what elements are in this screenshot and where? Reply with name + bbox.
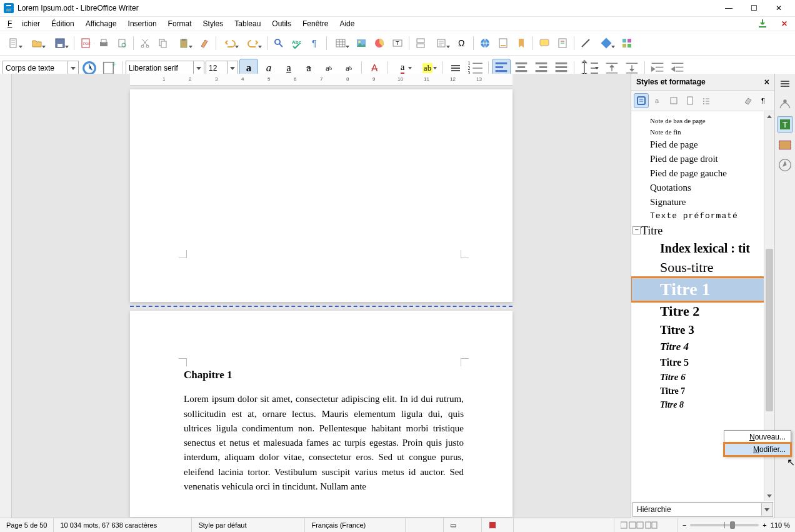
menu-table[interactable]: Tableau xyxy=(229,18,266,29)
style-item[interactable]: Sous-titre xyxy=(631,258,764,278)
zoom-slider[interactable]: − + 110 % xyxy=(678,521,795,529)
style-item[interactable]: Texte préformaté xyxy=(631,209,764,223)
menu-file[interactable]: Fichier xyxy=(2,18,45,29)
insert-field-button[interactable] xyxy=(430,34,452,52)
style-item[interactable]: Titre 5 xyxy=(631,355,764,370)
para-styles-tab[interactable] xyxy=(634,93,649,108)
paste-button[interactable] xyxy=(172,34,195,52)
status-language[interactable]: Français (France) xyxy=(305,518,406,532)
page-styles-tab[interactable] xyxy=(682,93,698,108)
status-pagestyle[interactable]: Style par défaut xyxy=(192,518,305,532)
style-item[interactable]: Titre 2 xyxy=(631,301,764,321)
fill-format-button[interactable] xyxy=(741,93,756,108)
window-title: Lorem Ipsum.odt - LibreOffice Writer xyxy=(18,4,716,13)
style-item[interactable]: Index lexical : tit xyxy=(631,239,764,258)
hyperlink-button[interactable] xyxy=(476,34,494,52)
page-break-button[interactable] xyxy=(412,34,429,52)
menu-window[interactable]: Fenêtre xyxy=(298,18,333,29)
style-item[interactable]: Signature xyxy=(631,195,764,209)
cut-button[interactable] xyxy=(136,34,154,52)
style-item[interactable]: Titre 3 xyxy=(631,321,764,339)
style-item[interactable]: Note de fin xyxy=(631,126,764,138)
copy-button[interactable] xyxy=(154,34,172,52)
minimize-button[interactable]: — xyxy=(716,0,741,16)
insert-image-button[interactable] xyxy=(352,34,370,52)
zoom-value[interactable]: 110 % xyxy=(771,521,790,529)
status-spacer xyxy=(514,518,614,532)
status-signature[interactable] xyxy=(482,518,514,532)
basic-shapes-button[interactable] xyxy=(595,34,618,52)
insert-chart-button[interactable] xyxy=(371,34,388,52)
style-item[interactable]: Note de bas de page xyxy=(631,115,764,126)
status-wordcount[interactable]: 10 034 mots, 67 638 caractères xyxy=(54,518,192,532)
style-item-titre[interactable]: −Titre xyxy=(631,223,764,239)
zoom-in-icon[interactable]: + xyxy=(762,521,766,529)
close-button[interactable]: ✕ xyxy=(766,0,791,16)
insert-table-button[interactable] xyxy=(329,34,352,52)
style-item[interactable]: Pied de page droit xyxy=(631,152,764,166)
redo-button[interactable] xyxy=(242,34,264,52)
status-page[interactable]: Page 5 de 50 xyxy=(0,518,54,532)
undo-button[interactable] xyxy=(219,34,241,52)
menu-view[interactable]: Affichage xyxy=(81,18,122,29)
spellcheck-button[interactable]: Abc xyxy=(288,34,306,52)
update-icon[interactable] xyxy=(752,18,772,30)
menu-edit[interactable]: Édition xyxy=(46,18,79,29)
svg-rect-58 xyxy=(621,522,627,528)
new-button[interactable] xyxy=(2,34,25,52)
svg-rect-37 xyxy=(628,44,631,48)
open-button[interactable] xyxy=(26,34,48,52)
char-styles-tab[interactable]: a xyxy=(650,93,665,108)
insert-symbol-button[interactable]: Ω xyxy=(453,34,471,52)
styles-tab[interactable]: T xyxy=(777,116,793,133)
zoom-out-icon[interactable]: − xyxy=(682,521,686,529)
comment-button[interactable] xyxy=(536,34,553,52)
svg-rect-55 xyxy=(779,141,791,149)
style-item[interactable]: Titre 6 xyxy=(631,370,764,384)
menu-insert[interactable]: Insertion xyxy=(123,18,162,29)
status-selection[interactable]: ▭ xyxy=(444,518,482,532)
sidebar-menu-icon[interactable] xyxy=(778,76,792,91)
document-canvas[interactable]: 1 2 3 4 5 6 7 8 9 10 11 12 13 Chapitre 1… xyxy=(12,74,631,518)
frame-styles-tab[interactable] xyxy=(666,93,681,108)
export-pdf-button[interactable]: PDF xyxy=(77,34,94,52)
line-button[interactable] xyxy=(577,34,594,52)
style-item[interactable]: Pied de page gauche xyxy=(631,166,764,181)
maximize-button[interactable]: ☐ xyxy=(741,0,766,16)
footnote-button[interactable] xyxy=(494,34,512,52)
menu-help[interactable]: Aide xyxy=(334,18,359,29)
clone-format-button[interactable] xyxy=(196,34,213,52)
workspace: 1 2 3 4 5 6 7 8 9 10 11 12 13 Chapitre 1… xyxy=(0,74,795,518)
ctx-new[interactable]: Nouveau... xyxy=(724,431,791,443)
ctx-modify[interactable]: Modifier... xyxy=(724,443,791,456)
status-view-layout[interactable] xyxy=(614,518,678,532)
print-preview-button[interactable] xyxy=(113,34,131,52)
menu-format[interactable]: Format xyxy=(163,18,197,29)
new-style-from-sel-button[interactable]: ¶ xyxy=(757,93,772,108)
properties-tab[interactable] xyxy=(778,96,792,111)
draw-functions-button[interactable] xyxy=(618,34,636,52)
style-item[interactable]: Quotations xyxy=(631,181,764,195)
print-button[interactable] xyxy=(95,34,112,52)
style-item[interactable]: Titre 7 xyxy=(631,384,764,398)
formatting-marks-button[interactable]: ¶ xyxy=(306,34,324,52)
gallery-tab[interactable] xyxy=(778,138,792,153)
track-changes-button[interactable] xyxy=(554,34,571,52)
style-item[interactable]: Pied de page xyxy=(631,138,764,152)
panel-close-icon[interactable]: × xyxy=(764,77,769,87)
find-replace-button[interactable] xyxy=(270,34,288,52)
style-item[interactable]: Titre 4 xyxy=(631,339,764,355)
close-doc-icon[interactable]: ✕ xyxy=(776,18,792,29)
navigator-tab[interactable] xyxy=(778,158,792,173)
menu-styles[interactable]: Styles xyxy=(198,18,229,29)
insert-textbox-button[interactable]: T xyxy=(389,34,406,52)
menu-tools[interactable]: Outils xyxy=(267,18,296,29)
save-button[interactable] xyxy=(49,34,71,52)
status-insert[interactable] xyxy=(406,518,444,532)
style-item[interactable]: Titre 1 xyxy=(631,278,764,301)
style-filter-combo[interactable]: Hiérarchie xyxy=(632,502,773,517)
svg-text:T: T xyxy=(782,120,788,129)
list-styles-tab[interactable] xyxy=(699,93,714,108)
bookmark-button[interactable] xyxy=(512,34,530,52)
style-item[interactable]: Titre 8 xyxy=(631,398,764,412)
